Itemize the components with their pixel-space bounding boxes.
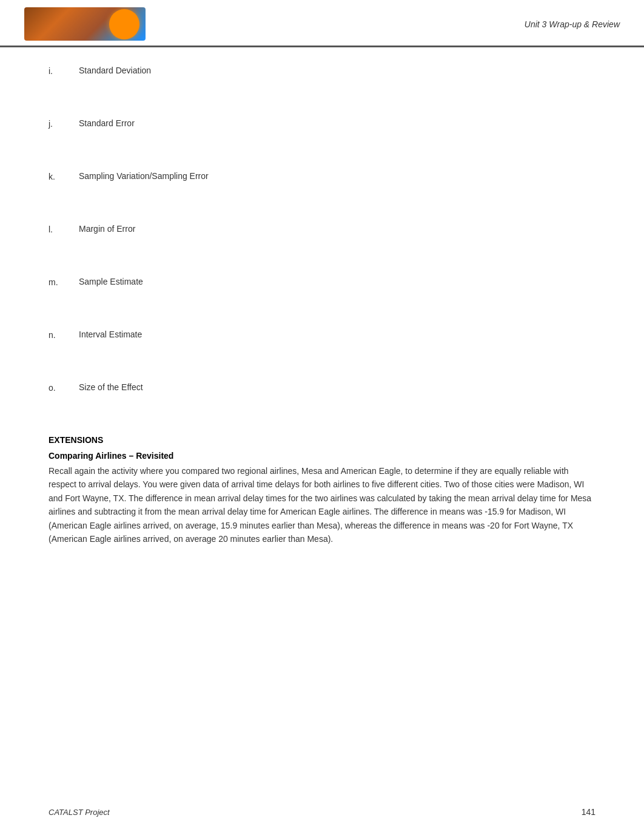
list-item-text: Standard Error <box>79 118 135 128</box>
list-item-text: Standard Deviation <box>79 66 151 75</box>
extensions-body: Recall again the activity where you comp… <box>49 464 595 546</box>
main-content: i.Standard Deviationj.Standard Errork.Sa… <box>0 47 644 570</box>
comparing-airlines-title: Comparing Airlines – Revisited <box>49 451 595 461</box>
list-item-m: m.Sample Estimate <box>49 271 595 287</box>
list-item-text: Interval Estimate <box>79 330 142 339</box>
list-item-label: j. <box>49 118 79 129</box>
footer-left: CATALST Project <box>49 808 110 817</box>
list-item-label: l. <box>49 224 79 234</box>
extensions-section: EXTENSIONS Comparing Airlines – Revisite… <box>49 429 595 546</box>
list-item-label: m. <box>49 277 79 287</box>
logo <box>24 7 146 41</box>
list-item-text: Margin of Error <box>79 224 135 234</box>
header: Unit 3 Wrap-up & Review <box>0 0 644 47</box>
footer-right: 141 <box>582 807 595 817</box>
page: Unit 3 Wrap-up & Review i.Standard Devia… <box>0 0 644 835</box>
list-item-label: i. <box>49 66 79 76</box>
list-item-o: o.Size of the Effect <box>49 376 595 393</box>
list-item-label: n. <box>49 330 79 340</box>
list-item-n: n.Interval Estimate <box>49 323 595 340</box>
list-item-k: k.Sampling Variation/Sampling Error <box>49 165 595 181</box>
list-item-label: k. <box>49 171 79 181</box>
footer: CATALST Project 141 <box>49 807 595 817</box>
header-title: Unit 3 Wrap-up & Review <box>525 19 620 29</box>
list-item-l: l.Margin of Error <box>49 218 595 234</box>
list-items-container: i.Standard Deviationj.Standard Errork.Sa… <box>49 59 595 393</box>
list-item-label: o. <box>49 382 79 393</box>
list-item-text: Size of the Effect <box>79 382 143 392</box>
list-item-text: Sampling Variation/Sampling Error <box>79 171 209 181</box>
list-item-j: j.Standard Error <box>49 112 595 129</box>
extensions-title: EXTENSIONS <box>49 435 595 445</box>
list-item-text: Sample Estimate <box>79 277 143 286</box>
list-item-i: i.Standard Deviation <box>49 59 595 76</box>
